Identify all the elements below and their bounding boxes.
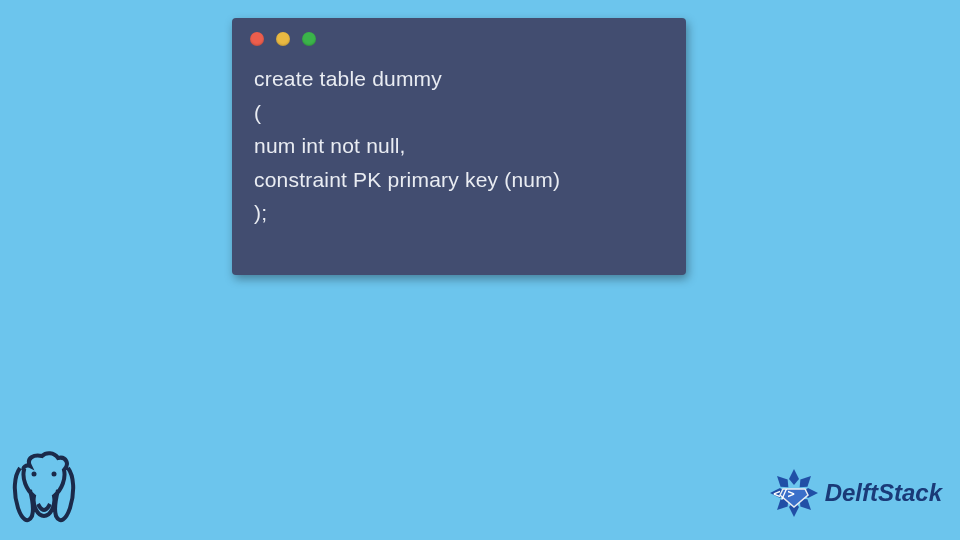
code-line: );: [254, 201, 267, 224]
window-chrome: [232, 18, 686, 52]
maximize-icon[interactable]: [302, 32, 316, 46]
minimize-icon[interactable]: [276, 32, 290, 46]
close-icon[interactable]: [250, 32, 264, 46]
svg-point-1: [52, 472, 57, 477]
brand-name: DelftStack: [825, 479, 942, 507]
code-gem-icon: </>: [769, 468, 819, 518]
svg-point-0: [32, 472, 37, 477]
code-line: create table dummy: [254, 67, 442, 90]
code-line: num int not null,: [254, 134, 406, 157]
code-line: (: [254, 101, 261, 124]
code-window: create table dummy ( num int not null, c…: [232, 18, 686, 275]
code-line: constraint PK primary key (num): [254, 168, 560, 191]
brand-logo: </> DelftStack: [769, 468, 942, 518]
svg-text:</>: </>: [773, 487, 795, 501]
code-body: create table dummy ( num int not null, c…: [232, 52, 686, 248]
postgresql-elephant-icon: [8, 450, 80, 530]
